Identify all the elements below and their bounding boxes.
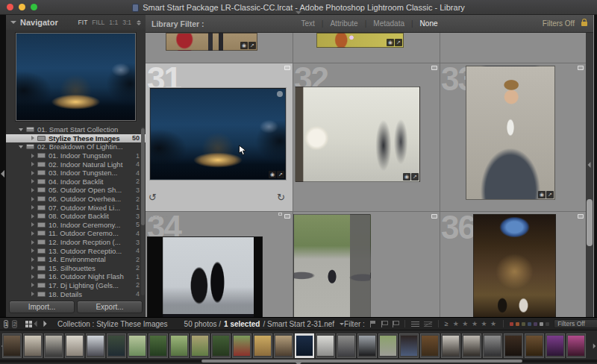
- disclosure-icon[interactable]: [31, 162, 34, 166]
- filter-lock-icon[interactable]: [581, 22, 587, 26]
- collection-item[interactable]: 08. Outdoor Backlit3: [6, 212, 146, 221]
- disclosure-icon[interactable]: [31, 154, 34, 158]
- minimize-window-button[interactable]: [19, 4, 25, 10]
- crop-badge-icon[interactable]: ↗: [277, 171, 284, 178]
- collection-item[interactable]: 17. Dj Lighting (Gels...2: [6, 281, 146, 290]
- filmstrip-thumbnail[interactable]: [378, 333, 398, 358]
- filmstrip-thumbnail[interactable]: [337, 333, 356, 358]
- unedited-filter-icon[interactable]: [424, 321, 432, 327]
- current-collection-label[interactable]: Collection : Stylize These Images: [57, 320, 168, 328]
- tab-text[interactable]: Text: [301, 19, 314, 28]
- cell-marker-icon[interactable]: [578, 66, 584, 70]
- edited-filter-icon[interactable]: [411, 321, 419, 327]
- color-label-dot[interactable]: [546, 322, 549, 326]
- filters-state-label[interactable]: Filters Off: [543, 19, 575, 28]
- photo-thumbnail-red-dress[interactable]: ◉↗: [166, 33, 257, 51]
- disclosure-icon[interactable]: [31, 257, 34, 262]
- disclosure-icon[interactable]: [31, 214, 34, 219]
- collection-item[interactable]: 03. Indoor Tungsten...4: [6, 169, 146, 178]
- filmstrip-thumbnail[interactable]: [107, 333, 126, 358]
- collection-item[interactable]: 18. Details4: [6, 289, 146, 298]
- cell-marker-icon[interactable]: [578, 214, 584, 219]
- crop-badge-icon[interactable]: ↗: [249, 42, 256, 49]
- quick-collection-badge-icon[interactable]: [277, 91, 283, 97]
- cell-marker-icon[interactable]: [284, 214, 290, 219]
- filmstrip-thumbnail[interactable]: [525, 333, 544, 358]
- filmstrip-thumbnail[interactable]: [441, 333, 460, 358]
- rating-operator[interactable]: ≥: [445, 320, 448, 327]
- zoom-window-button[interactable]: [31, 4, 37, 10]
- tab-attribute[interactable]: Attribute: [330, 19, 357, 28]
- filmstrip-thumbnail[interactable]: [44, 333, 63, 358]
- unflagged-icon[interactable]: [381, 321, 387, 327]
- navigator-header[interactable]: Navigator FIT FILL 1:1 3:1: [6, 15, 146, 30]
- filters-dropdown[interactable]: Filters Off: [554, 319, 597, 328]
- photo-thumbnail-night-house[interactable]: ◉↗: [150, 88, 286, 180]
- filmstrip-thumbnail[interactable]: [23, 333, 43, 358]
- filmstrip-scroll-right-icon[interactable]: [593, 344, 596, 349]
- filmstrip-thumbnail[interactable]: [357, 333, 377, 358]
- zoom-fill-option[interactable]: FILL: [92, 19, 104, 26]
- export-button[interactable]: Export...: [77, 301, 143, 313]
- collection-item[interactable]: 15. Silhouettes2: [6, 264, 146, 273]
- photo-thumbnail-groom-portrait[interactable]: ◉↗: [466, 66, 555, 200]
- zoom-1-1-option[interactable]: 1:1: [109, 19, 118, 26]
- filmstrip-thumbnail[interactable]: [399, 333, 419, 358]
- rating-dots[interactable]: .....: [151, 213, 169, 217]
- collection-badge-icon[interactable]: ◉: [403, 173, 410, 181]
- filmstrip-thumbnail[interactable]: [128, 333, 147, 358]
- filmstrip-thumbnail[interactable]: [149, 333, 168, 358]
- color-label-dot[interactable]: [522, 322, 525, 326]
- filmstrip-thumbnail[interactable]: [211, 333, 231, 358]
- collection-item[interactable]: 07. Outdoor Mixed Li...1: [6, 203, 146, 212]
- flag-status-icon[interactable]: [278, 213, 282, 216]
- collection-item[interactable]: 02. Indoor Natural Light4: [6, 160, 146, 169]
- disclosure-icon[interactable]: [31, 136, 34, 140]
- disclosure-icon[interactable]: [31, 240, 34, 245]
- selected-filename-label[interactable]: / Smart Start 2-31.nef: [263, 320, 334, 328]
- next-photo-icon[interactable]: [43, 321, 46, 327]
- photo-thumbnail-grooms-window[interactable]: ◉↗: [295, 87, 420, 182]
- collection-item[interactable]: 13. Outdoor Receptio...4: [6, 246, 146, 255]
- filmstrip-thumbnail[interactable]: [253, 333, 272, 358]
- cell-marker-icon[interactable]: [431, 214, 437, 219]
- filmstrip-thumbnail[interactable]: [86, 333, 105, 358]
- filmstrip-thumbnail[interactable]: [546, 333, 565, 358]
- tab-none[interactable]: None: [420, 19, 438, 28]
- filmstrip-thumbnail[interactable]: [190, 333, 210, 358]
- crop-badge-icon[interactable]: ↗: [411, 173, 419, 181]
- reject-flag-icon[interactable]: [392, 321, 398, 327]
- main-window-button[interactable]: 1: [4, 320, 8, 328]
- disclosure-icon[interactable]: [31, 266, 34, 270]
- collection-set-item[interactable]: 01. Smart Start Collection: [6, 125, 146, 134]
- collection-item[interactable]: 12. Indoor Recption (...3: [6, 238, 146, 247]
- filmstrip-thumbnail[interactable]: [2, 333, 22, 358]
- collection-item[interactable]: 11. Outdoor Ceremo...4: [6, 229, 146, 238]
- color-label-dot[interactable]: [528, 322, 531, 326]
- star-rating-filter[interactable]: ★ ★ ★ ★ ★: [453, 320, 497, 327]
- disclosure-icon[interactable]: [31, 283, 34, 287]
- collections-scrollbar[interactable]: [141, 127, 145, 295]
- filmstrip-thumbnail[interactable]: [65, 333, 84, 358]
- photo-thumbnail-yellow-field[interactable]: ◉↗: [316, 33, 404, 48]
- top-panel-collapse-icon[interactable]: [296, 11, 301, 14]
- collection-badge-icon[interactable]: ◉: [269, 171, 276, 178]
- collapse-left-panel-icon[interactable]: [1, 170, 4, 178]
- collection-item[interactable]: Stylize These Images50: [6, 134, 146, 143]
- tab-metadata[interactable]: Metadata: [373, 19, 404, 28]
- filmstrip-thumbnail[interactable]: [504, 333, 523, 358]
- filmstrip-thumbnail[interactable]: [420, 333, 440, 358]
- filmstrip-thumbnail[interactable]: [483, 333, 502, 358]
- navigator-preview-image[interactable]: [16, 33, 136, 121]
- filmstrip-thumbnail[interactable]: [274, 333, 293, 358]
- previous-photo-icon[interactable]: [34, 321, 37, 327]
- filmstrip-thumbnail[interactable]: [232, 333, 251, 358]
- collection-item[interactable]: 14. Environmental2: [6, 255, 146, 264]
- cell-marker-icon[interactable]: [284, 66, 290, 70]
- filmstrip-thumbnail[interactable]: [566, 333, 586, 358]
- disclosure-icon[interactable]: [31, 248, 34, 253]
- collection-item[interactable]: 04. Indoor Backlit2: [6, 178, 146, 186]
- disclosure-icon[interactable]: [31, 205, 34, 210]
- collapse-right-panel-icon[interactable]: [588, 162, 591, 168]
- import-button[interactable]: Import...: [9, 301, 75, 313]
